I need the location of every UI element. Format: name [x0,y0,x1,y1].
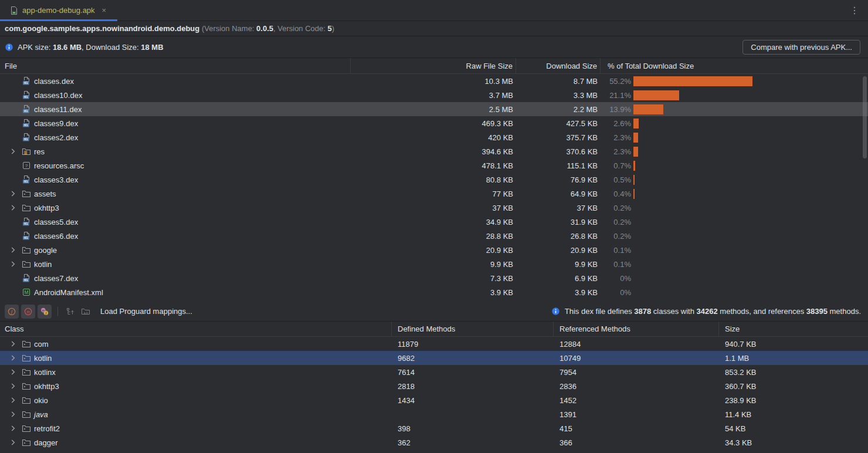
table-row[interactable]: 01classes3.dex80.8 KB76.9 KB0.5% [0,173,868,187]
table-row[interactable]: 01classes9.dex469.3 KB427.5 KB2.6% [0,116,868,130]
table-row[interactable]: 01classes.dex10.3 MB8.7 MB55.2% [0,74,868,88]
package-size: 940.7 KB [719,340,868,349]
column-header-defined-methods[interactable]: Defined Methods [392,322,554,336]
percent-bar [633,133,638,143]
percent-bar-cell [633,285,868,299]
percent-of-total: 2.3% [601,133,633,142]
file-name: classes2.dex [34,133,78,142]
table-row[interactable]: 01classes7.dex7.3 KB6.9 KB0% [0,271,868,285]
compare-previous-apk-button[interactable]: Compare with previous APK... [742,40,860,55]
column-header-percent-of-total[interactable]: % of Total Download Size [601,58,868,73]
column-header-referenced-methods[interactable]: Referenced Methods [554,322,719,336]
show-referenced-nodes-toggle-button[interactable]: mf [38,305,52,319]
column-header-download-size[interactable]: Download Size [516,58,601,73]
table-row[interactable]: ?resources.arsc478.1 KB115.1 KB0.7% [0,158,868,173]
column-header-size[interactable]: Size [719,322,868,336]
apk-file-icon [9,6,19,15]
column-header-file[interactable]: File [0,58,351,73]
chevron-right-icon[interactable] [7,245,19,255]
raw-file-size: 3.9 KB [351,288,516,297]
chevron-right-icon[interactable] [7,367,19,377]
chevron-right-icon[interactable] [7,353,19,363]
percent-bar-cell [633,215,868,229]
editor-tab-bar: app-demo-debug.apk × ⋮ [0,0,868,21]
info-icon [5,43,13,52]
table-row[interactable]: kotlin9682107491.1 MB [0,351,868,365]
chevron-right-icon[interactable] [7,339,19,349]
table-row[interactable]: MAndroidManifest.xml3.9 KB3.9 KB0% [0,285,868,299]
column-header-class[interactable]: Class [0,322,392,336]
file-name: kotlin [34,260,52,269]
percent-bar-cell [633,229,868,243]
package-name: kotlinx [34,368,56,377]
file-name-cell: MAndroidManifest.xml [0,288,351,297]
raw-file-size: 34.9 KB [351,218,516,226]
file-name-cell: 01classes7.dex [0,273,351,283]
file-name: classes9.dex [34,119,78,128]
download-size: 9.9 KB [516,260,601,269]
svg-text:m: m [26,309,30,314]
table-row[interactable]: okhttp328182836360.7 KB [0,379,868,393]
download-size: 8.7 MB [516,77,601,86]
chevron-right-icon[interactable] [7,438,19,447]
defined-methods: 398 [392,424,554,433]
table-row[interactable]: kotlinx76147954853.2 KB [0,365,868,379]
table-row[interactable]: okhttp337 KB37 KB0.2% [0,201,868,215]
expand-tree-icon[interactable] [64,305,77,319]
svg-text:?: ? [25,163,28,168]
chevron-right-icon[interactable] [7,424,19,433]
chevron-right-icon[interactable] [7,147,19,156]
close-icon[interactable]: × [102,6,107,15]
file-name: classes.dex [34,77,74,86]
tab-apk-file[interactable]: app-demo-debug.apk × [0,0,113,21]
dex-toolbar: f m mf a.b Load Proguard mappings... Thi… [0,302,868,322]
table-row[interactable]: dagger36236634.3 KB [0,435,868,449]
vertical-scrollbar-thumb[interactable] [863,76,867,158]
table-row[interactable]: 01classes6.dex28.8 KB26.8 KB0.2% [0,229,868,243]
file-name: classes11.dex [34,105,82,114]
package-name-cell: kotlin [0,353,392,363]
deobfuscate-names-icon[interactable]: a.b [79,305,92,319]
download-size: 3.9 KB [516,288,601,297]
table-row[interactable]: google20.9 KB20.9 KB0.1% [0,243,868,257]
table-row[interactable]: 01classes5.dex34.9 KB31.9 KB0.2% [0,215,868,229]
defined-methods-count: 34262 [697,307,718,316]
package-name-cell: dagger [0,438,392,447]
table-row[interactable]: java139111.4 KB [0,407,868,421]
table-row[interactable]: res394.6 KB370.6 KB2.3% [0,144,868,158]
file-name-cell: assets [0,189,351,198]
column-header-raw-file-size[interactable]: Raw File Size [351,58,516,73]
percent-bar-cell [633,271,868,285]
referenced-methods: 366 [554,438,719,447]
package-size: 360.7 KB [719,382,868,391]
chevron-right-icon[interactable] [7,189,19,198]
chevron-right-icon[interactable] [7,203,19,212]
kebab-menu-icon[interactable]: ⋮ [850,5,868,16]
percent-bar-cell [633,201,868,215]
folder-icon [22,203,31,212]
table-row[interactable]: okio14341452238.9 KB [0,393,868,407]
table-row[interactable]: assets77 KB64.9 KB0.4% [0,187,868,201]
svg-text:f: f [11,309,13,315]
table-row[interactable]: retrofit239841554 KB [0,421,868,435]
download-size: 37 KB [516,204,601,212]
raw-file-size: 2.5 MB [351,105,516,114]
percent-of-total: 0.2% [601,204,633,212]
package-name: com.google.samples.apps.nowinandroid.dem… [5,24,199,33]
chevron-right-icon[interactable] [7,410,19,419]
table-row[interactable]: com1187912884940.7 KB [0,337,868,351]
table-row[interactable]: kotlin9.9 KB9.9 KB0.1% [0,257,868,271]
load-proguard-mappings-button[interactable]: Load Proguard mappings... [100,307,192,316]
table-row[interactable]: 01classes2.dex420 KB375.7 KB2.3% [0,130,868,144]
table-row[interactable]: 01classes11.dex2.5 MB2.2 MB13.9% [0,102,868,116]
class-table-body: com1187912884940.7 KBkotlin9682107491.1 … [0,337,868,449]
chevron-right-icon[interactable] [7,381,19,391]
referenced-methods-count: 38395 [806,307,828,316]
chevron-right-icon[interactable] [7,259,19,269]
chevron-right-icon[interactable] [7,395,19,405]
show-fields-toggle-button[interactable]: f [5,305,19,319]
table-row[interactable]: 01classes10.dex3.7 MB3.3 MB21.1% [0,88,868,102]
percent-bar-cell [633,144,868,158]
show-methods-toggle-button[interactable]: m [21,305,35,319]
svg-text:a.b: a.b [84,310,88,314]
